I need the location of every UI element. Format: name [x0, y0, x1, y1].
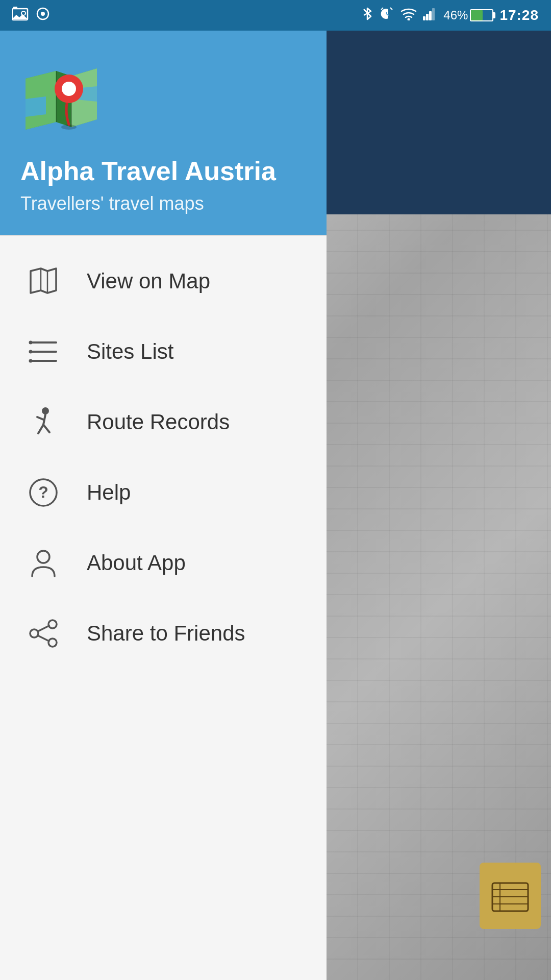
svg-point-24	[62, 82, 76, 96]
svg-line-37	[38, 425, 43, 433]
svg-text:?: ?	[38, 483, 48, 501]
menu-label-route-records: Route Records	[87, 410, 230, 434]
sync-icon	[36, 7, 50, 24]
status-bar: 46% 17:28	[0, 0, 551, 31]
svg-point-32	[29, 350, 33, 354]
svg-rect-11	[426, 14, 429, 20]
map-icon	[26, 263, 61, 299]
battery-percent: 46%	[443, 8, 468, 22]
svg-line-46	[38, 635, 49, 641]
menu-item-help[interactable]: ? Help	[0, 457, 327, 528]
svg-line-38	[43, 425, 49, 432]
battery-status: 46%	[443, 8, 493, 22]
menu-item-sites-list[interactable]: Sites List	[0, 316, 327, 387]
svg-line-8	[390, 8, 392, 10]
menu-label-about-app: About App	[87, 551, 186, 575]
svg-point-34	[42, 407, 49, 414]
dark-top-area	[327, 31, 551, 214]
svg-point-33	[29, 359, 33, 363]
help-icon: ?	[26, 475, 61, 510]
svg-point-43	[30, 629, 38, 638]
menu-list: View on Map Sites List	[0, 236, 327, 980]
navigation-drawer: Alpha Travel Austria Travellers' travel …	[0, 0, 327, 980]
svg-rect-1	[13, 7, 17, 9]
status-time: 17:28	[499, 7, 539, 23]
battery-icon	[470, 9, 493, 21]
svg-line-45	[38, 626, 49, 631]
wifi-icon	[400, 7, 417, 24]
menu-label-share-to-friends: Share to Friends	[87, 621, 245, 646]
menu-item-route-records[interactable]: Route Records	[0, 387, 327, 457]
menu-item-view-on-map[interactable]: View on Map	[0, 246, 327, 316]
menu-item-about-app[interactable]: About App	[0, 528, 327, 598]
svg-point-44	[48, 639, 57, 647]
menu-label-view-on-map: View on Map	[87, 269, 210, 293]
menu-label-sites-list: Sites List	[87, 339, 173, 364]
menu-item-share-to-friends[interactable]: Share to Friends	[0, 598, 327, 669]
svg-line-36	[37, 417, 43, 420]
svg-point-42	[48, 620, 57, 628]
app-subtitle: Travellers' travel maps	[20, 193, 204, 214]
menu-label-help: Help	[87, 480, 131, 505]
alarm-icon	[379, 6, 394, 25]
share-icon	[26, 616, 61, 651]
svg-point-41	[37, 551, 49, 563]
svg-point-4	[41, 12, 45, 16]
status-right-icons: 46% 17:28	[362, 6, 539, 25]
walk-icon	[26, 404, 61, 440]
signal-icon	[423, 7, 437, 24]
person-icon	[26, 545, 61, 581]
svg-marker-18	[26, 96, 46, 117]
svg-rect-12	[429, 11, 432, 20]
svg-line-7	[381, 8, 383, 10]
list-icon	[26, 334, 61, 370]
app-title: Alpha Travel Austria	[20, 155, 276, 187]
gallery-icon	[12, 7, 29, 24]
app-logo	[20, 58, 102, 140]
svg-rect-13	[432, 8, 435, 20]
svg-point-31	[29, 341, 33, 345]
bluetooth-icon	[362, 6, 373, 25]
svg-marker-25	[31, 268, 56, 293]
drawer-header: Alpha Travel Austria Travellers' travel …	[0, 0, 327, 235]
svg-rect-10	[423, 16, 425, 20]
status-left-icons	[12, 7, 50, 24]
svg-point-9	[408, 18, 410, 20]
map-bottom-button[interactable]	[480, 863, 541, 929]
